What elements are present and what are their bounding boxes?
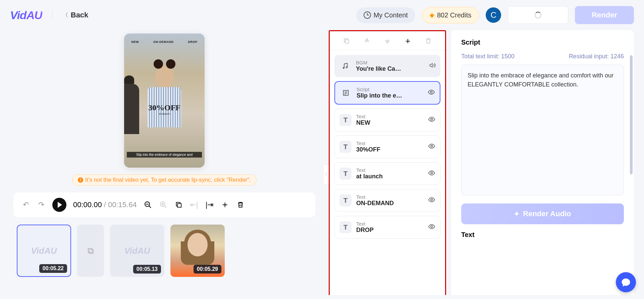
canvas-tag: NEW: [131, 40, 139, 44]
zoom-out-button[interactable]: [144, 200, 152, 209]
visibility-icon[interactable]: [428, 88, 435, 98]
svg-point-10: [346, 67, 347, 68]
visibility-icon[interactable]: [428, 169, 435, 178]
element-type: BGM: [356, 60, 424, 65]
clip-thumb[interactable]: 00:05.29: [170, 225, 225, 277]
logo[interactable]: VidAU: [10, 9, 42, 22]
svg-line-6: [164, 206, 166, 208]
element-title: NEW: [356, 119, 423, 126]
watermark: VidAU: [124, 246, 150, 256]
element-item-text[interactable]: TTextDROP: [334, 216, 440, 239]
visibility-icon[interactable]: [428, 223, 435, 232]
element-text: TextON-DEMAND: [356, 194, 423, 207]
element-text: Textat launch: [356, 167, 423, 180]
element-title: Slip into the e…: [357, 92, 423, 99]
canvas-tag: ON-DEMAND: [153, 40, 174, 44]
back-label: Back: [71, 11, 89, 19]
canvas-tags: NEW ON-DEMAND DROP: [124, 40, 205, 44]
back-button[interactable]: 〈 Back: [63, 11, 89, 19]
split-right-button[interactable]: |⇥: [205, 200, 214, 209]
add-element-button[interactable]: +: [404, 37, 412, 45]
clip-duration: 00:05.13: [133, 265, 161, 274]
script-textarea[interactable]: [461, 65, 624, 195]
video-canvas[interactable]: NEW ON-DEMAND DROP 30%OFF at launch Slip…: [124, 34, 205, 168]
speaker-icon[interactable]: [429, 62, 436, 70]
element-type: Text: [356, 194, 423, 200]
text-icon: T: [339, 221, 352, 233]
svg-line-2: [149, 206, 151, 208]
notice-text: It's not the final video yet, To get acc…: [85, 177, 251, 183]
render-notice: ! It's not the final video yet, To get a…: [72, 174, 257, 186]
duplicate-element-button[interactable]: [342, 37, 351, 45]
delete-element-button[interactable]: [424, 37, 433, 45]
element-item-bgm[interactable]: BGMYou're like Ca…: [334, 55, 440, 77]
element-text: Text30%OFF: [356, 140, 423, 153]
delete-button[interactable]: [236, 200, 245, 209]
element-item-text[interactable]: TTextat launch: [334, 162, 440, 185]
script-limits: Total text limit: 1500 Residual input: 1…: [461, 53, 624, 60]
residual-input: Residual input: 1246: [569, 53, 624, 60]
element-title: 30%OFF: [356, 146, 423, 153]
visibility-icon[interactable]: [428, 196, 435, 205]
element-title: DROP: [356, 227, 423, 234]
controls-bar: ↶ ↷ 00:00.00 / 00:15.64 ⇤| |⇥ +: [13, 192, 315, 217]
element-item-text[interactable]: TText30%OFF: [334, 135, 440, 158]
text-section-title: Text: [461, 231, 624, 239]
element-text: ScriptSlip into the e…: [357, 86, 423, 99]
music-icon: [339, 60, 351, 72]
render-button[interactable]: Render: [575, 6, 634, 24]
layer-up-button[interactable]: [363, 37, 371, 45]
elements-list: BGMYou're like Ca…ScriptSlip into the e……: [330, 50, 445, 293]
diamond-icon: ◆: [430, 11, 434, 19]
scrollbar[interactable]: [630, 55, 633, 174]
visibility-icon[interactable]: [428, 142, 435, 152]
clip-duration: 00:05.29: [194, 265, 221, 274]
time-current: 00:00.00: [73, 200, 102, 209]
undo-button[interactable]: ↶: [21, 200, 30, 209]
split-left-button[interactable]: ⇤|: [190, 200, 199, 209]
layer-down-button[interactable]: [383, 37, 392, 45]
clip-thumb[interactable]: VidAU 00:05.13: [110, 225, 164, 277]
loading-indicator: [508, 6, 568, 24]
clip-duration: 00:05.22: [39, 264, 67, 273]
chat-fab[interactable]: [616, 272, 636, 292]
canvas-tag: DROP: [188, 40, 197, 44]
render-audio-label: Render Audio: [523, 210, 571, 218]
my-content-label: My Content: [374, 11, 408, 19]
duplicate-button[interactable]: [174, 200, 183, 209]
clips-row: VidAU 00:05.22 ⧉ VidAU 00:05.13 00:05.29: [13, 225, 315, 277]
script-panel: Script Total text limit: 1500 Residual i…: [451, 30, 634, 295]
svg-point-9: [343, 67, 344, 69]
credits-button[interactable]: ◆ 802 Credits: [422, 7, 479, 23]
visibility-icon[interactable]: [428, 116, 435, 125]
play-button[interactable]: [52, 198, 66, 212]
clip-thumb[interactable]: VidAU 00:05.22: [17, 225, 71, 277]
element-text: TextDROP: [356, 221, 423, 234]
element-type: Text: [356, 221, 423, 227]
render-audio-button[interactable]: ✦ Render Audio: [461, 203, 624, 224]
my-content-button[interactable]: My Content: [356, 7, 415, 23]
add-button[interactable]: +: [221, 200, 229, 209]
redo-button[interactable]: ↷: [37, 200, 46, 209]
chevron-left-icon: 〈: [63, 12, 68, 19]
avatar[interactable]: C: [486, 7, 501, 23]
element-item-text[interactable]: TTextNEW: [334, 109, 440, 131]
header: VidAU 〈 Back My Content ◆ 802 Credits C …: [0, 0, 644, 30]
clip-transition[interactable]: ⧉: [77, 225, 104, 277]
svg-point-17: [431, 145, 433, 147]
watermark: VidAU: [31, 246, 57, 256]
canvas-offer: 30%OFF: [124, 103, 205, 112]
element-type: Text: [356, 114, 423, 119]
svg-rect-8: [345, 40, 349, 43]
text-icon: T: [339, 114, 352, 126]
figure-main: [141, 54, 188, 127]
element-item-text[interactable]: TTextON-DEMAND: [334, 189, 440, 212]
script-panel-title: Script: [461, 39, 624, 46]
time-display: 00:00.00 / 00:15.64: [73, 200, 137, 209]
zoom-in-button[interactable]: [159, 200, 168, 209]
element-item-script[interactable]: ScriptSlip into the e…: [334, 81, 440, 105]
element-type: Text: [356, 140, 423, 146]
preview-column: NEW ON-DEMAND DROP 30%OFF at launch Slip…: [0, 30, 329, 295]
svg-point-16: [431, 118, 433, 120]
text-icon: T: [339, 141, 352, 153]
